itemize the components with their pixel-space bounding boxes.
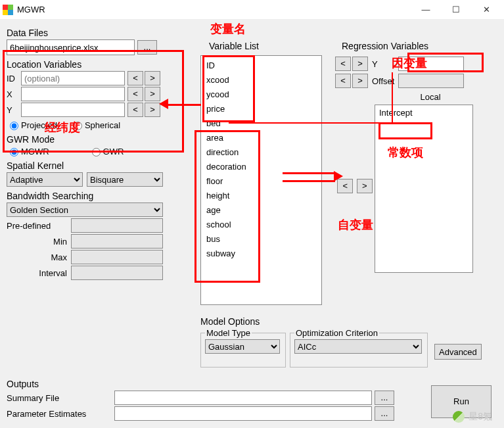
variable-item-ycood[interactable]: ycood bbox=[206, 87, 316, 102]
bandwidth-searching-label: Bandwidth Searching bbox=[7, 191, 185, 201]
spatial-kernel-label: Spatial Kernel bbox=[7, 160, 185, 171]
x-prev-button[interactable]: < bbox=[127, 87, 143, 101]
y-prev-button[interactable]: < bbox=[127, 103, 143, 117]
ann-variable-name: 变量名 bbox=[210, 21, 246, 37]
app-icon bbox=[3, 5, 13, 15]
y-input[interactable] bbox=[21, 103, 125, 117]
wechat-icon bbox=[453, 411, 465, 423]
min-label: Min bbox=[7, 237, 71, 247]
interval-label: Interval bbox=[7, 268, 71, 278]
variable-item-id[interactable]: ID bbox=[206, 59, 316, 73]
y-next-button[interactable]: > bbox=[145, 103, 160, 117]
data-files-input[interactable] bbox=[7, 39, 135, 55]
offset-next-button[interactable]: > bbox=[352, 74, 368, 88]
summary-file-input[interactable] bbox=[114, 391, 372, 405]
outputs-label: Outputs bbox=[7, 379, 421, 389]
kernel-type-select[interactable]: Adaptive bbox=[7, 172, 83, 187]
variable-list-label: Variable List bbox=[209, 41, 259, 51]
local-prev-button[interactable]: < bbox=[337, 179, 353, 193]
titlebar: MGWR — ☐ ✕ bbox=[0, 0, 504, 20]
param-browse-button[interactable]: ... bbox=[375, 406, 394, 421]
variable-item-bed[interactable]: bed bbox=[206, 116, 316, 131]
regression-variables-label: Regression Variables bbox=[342, 41, 428, 51]
local-list[interactable]: Intercept bbox=[375, 105, 473, 273]
y-var-input[interactable] bbox=[398, 57, 464, 71]
advanced-button[interactable]: Advanced bbox=[434, 344, 482, 360]
variable-item-decoration[interactable]: decoration bbox=[206, 160, 316, 174]
app-title: MGWR bbox=[17, 5, 45, 14]
spherical-radio[interactable]: Spherical bbox=[70, 120, 120, 130]
id-next-button[interactable]: > bbox=[145, 71, 160, 85]
max-label: Max bbox=[7, 252, 71, 262]
regvar-y-label: Y bbox=[372, 59, 380, 69]
interval-input bbox=[71, 266, 163, 280]
variable-item-direction[interactable]: direction bbox=[206, 145, 316, 160]
gwr-radio[interactable]: GWR bbox=[89, 146, 124, 156]
opt-criterion-select[interactable]: AICc bbox=[294, 339, 422, 354]
variable-item-subway[interactable]: subway bbox=[206, 247, 316, 261]
y-prev-button[interactable]: < bbox=[335, 57, 351, 71]
variable-item-age[interactable]: age bbox=[206, 203, 316, 218]
maximize-button[interactable]: ☐ bbox=[441, 1, 471, 19]
mgwr-radio[interactable]: MGWR bbox=[7, 146, 49, 156]
projected-radio[interactable]: Projected bbox=[7, 120, 57, 130]
variable-list[interactable]: IDxcoodycoodpricebedareadirectiondecorat… bbox=[200, 55, 322, 305]
min-input bbox=[71, 234, 163, 249]
local-next-button[interactable]: > bbox=[357, 179, 373, 193]
gwr-mode-label: GWR Mode bbox=[7, 134, 185, 145]
location-variables-label: Location Variables bbox=[7, 59, 185, 70]
x-label: X bbox=[7, 89, 21, 99]
data-files-label: Data Files bbox=[7, 28, 185, 38]
x-input[interactable] bbox=[21, 87, 125, 101]
predef-label: Pre-defined bbox=[7, 221, 71, 231]
model-type-select[interactable]: Gaussian bbox=[205, 339, 280, 354]
offset-label: Offset bbox=[372, 76, 394, 86]
model-type-label: Model Type bbox=[205, 328, 252, 338]
param-est-input[interactable] bbox=[114, 406, 372, 421]
variable-item-height[interactable]: height bbox=[206, 189, 316, 203]
browse-data-button[interactable]: ... bbox=[137, 40, 157, 55]
kernel-func-select[interactable]: Bisquare bbox=[87, 172, 163, 187]
x-next-button[interactable]: > bbox=[145, 87, 160, 101]
id-prev-button[interactable]: < bbox=[127, 71, 143, 85]
offset-input bbox=[398, 74, 464, 88]
bw-method-select[interactable]: Golden Section bbox=[7, 202, 163, 217]
model-options-label: Model Options bbox=[200, 316, 493, 327]
id-label: ID bbox=[7, 74, 21, 83]
opt-criterion-label: Optimization Criterion bbox=[294, 328, 379, 338]
local-label: Local bbox=[375, 92, 486, 102]
y-next-button[interactable]: > bbox=[352, 57, 368, 71]
param-est-label: Parameter Estimates bbox=[7, 409, 114, 419]
variable-item-floor[interactable]: floor bbox=[206, 174, 316, 189]
variable-item-price[interactable]: price bbox=[206, 102, 316, 116]
offset-prev-button[interactable]: < bbox=[335, 74, 351, 88]
minimize-button[interactable]: — bbox=[411, 1, 441, 19]
variable-item-area[interactable]: area bbox=[206, 131, 316, 145]
variable-item-school[interactable]: school bbox=[206, 218, 316, 232]
y-label: Y bbox=[7, 105, 21, 115]
predef-input bbox=[71, 218, 163, 233]
close-button[interactable]: ✕ bbox=[471, 1, 501, 19]
intercept-item[interactable]: Intercept bbox=[379, 108, 469, 118]
variable-item-bus[interactable]: bus bbox=[206, 232, 316, 247]
max-input bbox=[71, 250, 163, 264]
summary-file-label: Summary File bbox=[7, 393, 114, 403]
id-input[interactable] bbox=[21, 71, 125, 85]
variable-item-xcood[interactable]: xcood bbox=[206, 73, 316, 87]
summary-browse-button[interactable]: ... bbox=[375, 391, 394, 405]
watermark: 星8氪 bbox=[453, 411, 492, 423]
